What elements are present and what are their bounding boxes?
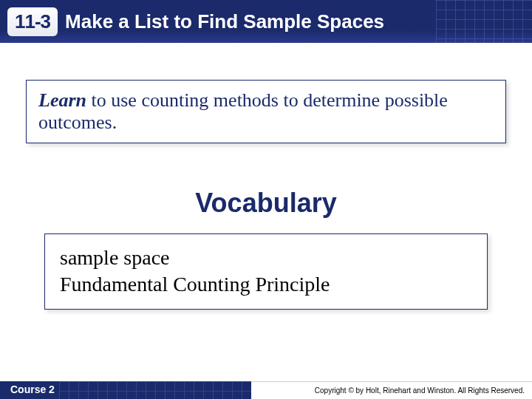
learn-text: to use counting methods to determine pos… (38, 89, 448, 133)
course-label: Course 2 (10, 383, 55, 395)
vocabulary-box: sample space Fundamental Counting Princi… (44, 233, 488, 310)
learn-label: Learn (38, 89, 86, 111)
lesson-number-badge: 11-3 (7, 7, 58, 36)
page-title: Make a List to Find Sample Spaces (65, 10, 384, 33)
footer-left: Course 2 (0, 381, 251, 399)
vocab-item: Fundamental Counting Principle (60, 271, 472, 298)
learn-objective-box: Learn to use counting methods to determi… (26, 80, 506, 143)
header-grid-decoration (436, 0, 532, 43)
vocabulary-heading: Vocabulary (26, 188, 506, 219)
footer-copyright: Copyright © by Holt, Rinehart and Winsto… (251, 381, 532, 399)
header-bar: 11-3 Make a List to Find Sample Spaces (0, 0, 532, 43)
footer: Course 2 Copyright © by Holt, Rinehart a… (0, 381, 532, 399)
vocab-item: sample space (60, 245, 472, 271)
content-area: Learn to use counting methods to determi… (0, 43, 532, 310)
footer-grid-decoration (59, 381, 251, 399)
